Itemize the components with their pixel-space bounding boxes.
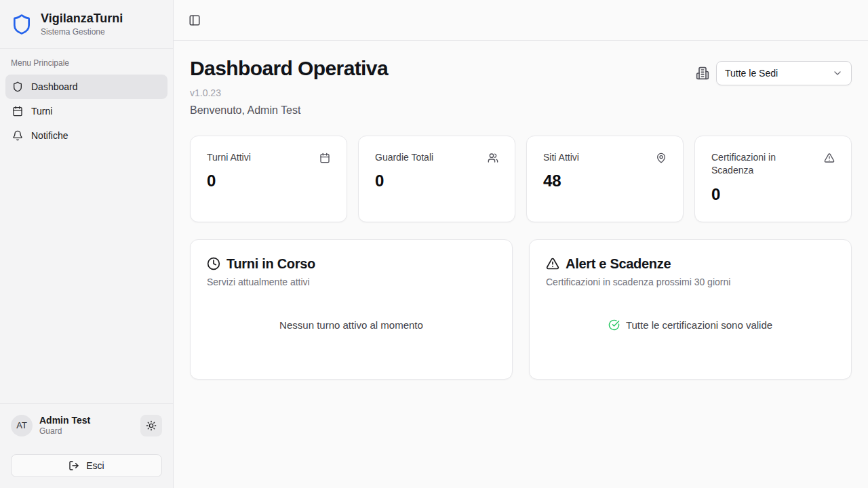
- calendar-icon: [12, 106, 23, 117]
- page-header: Dashboard Operativa v1.0.23 Benvenuto, A…: [190, 57, 852, 117]
- stat-card-certificazioni: Certificazioni in Scadenza 0: [694, 136, 852, 222]
- user-name: Admin Test: [39, 415, 134, 427]
- stat-value: 48: [543, 171, 667, 190]
- building-icon: [696, 66, 709, 80]
- stat-label: Siti Attivi: [543, 151, 579, 165]
- sidebar-toggle-button[interactable]: [189, 14, 201, 26]
- logout-icon: [68, 460, 79, 471]
- sidebar-footer: AT Admin Test Guard Esci: [0, 403, 173, 488]
- panel-subtitle: Certificazioni in scadenza prossimi 30 g…: [546, 277, 835, 287]
- shield-logo-icon: [11, 14, 33, 35]
- sidebar-item-turni[interactable]: Turni: [5, 99, 167, 123]
- map-pin-icon: [656, 152, 667, 163]
- app-subtitle: Sistema Gestione: [41, 27, 123, 37]
- user-role: Guard: [39, 426, 134, 436]
- panel-subtitle: Servizi attualmente attivi: [207, 277, 496, 287]
- avatar: AT: [11, 415, 33, 436]
- stat-card-siti-attivi: Siti Attivi 48: [526, 136, 684, 222]
- sidebar-item-dashboard[interactable]: Dashboard: [5, 75, 167, 99]
- empty-state-message: Tutte le certificazioni sono valide: [626, 319, 772, 331]
- user-row: AT Admin Test Guard: [11, 415, 162, 437]
- alert-triangle-icon: [824, 152, 835, 163]
- empty-state-message: Nessun turno attivo al momento: [279, 319, 423, 331]
- alert-triangle-icon: [546, 257, 559, 270]
- app-version: v1.0.23: [190, 87, 388, 98]
- check-circle-icon: [608, 319, 620, 331]
- page-title: Dashboard Operativa: [190, 57, 388, 81]
- main-area: Dashboard Operativa v1.0.23 Benvenuto, A…: [174, 0, 868, 488]
- logout-label: Esci: [86, 460, 104, 471]
- panel-title: Alert e Scadenze: [566, 256, 671, 272]
- panel-left-icon: [189, 14, 201, 26]
- theme-toggle-button[interactable]: [140, 415, 162, 436]
- stat-label: Certificazioni in Scadenza: [711, 151, 818, 178]
- stats-grid: Turni Attivi 0 Guardie Totali 0: [190, 136, 852, 222]
- clock-icon: [207, 257, 220, 270]
- stat-value: 0: [375, 171, 498, 190]
- panel-turni-in-corso: Turni in Corso Servizi attualmente attiv…: [190, 239, 513, 380]
- chevron-down-icon: [832, 68, 843, 79]
- stat-label: Turni Attivi: [207, 151, 251, 165]
- panel-title: Turni in Corso: [226, 256, 315, 272]
- stat-card-turni-attivi: Turni Attivi 0: [190, 136, 347, 222]
- shield-icon: [12, 81, 23, 92]
- stat-value: 0: [711, 185, 835, 204]
- stat-value: 0: [207, 171, 330, 190]
- topbar: [174, 0, 868, 41]
- main-nav: Menu Principale Dashboard Turni Notifich…: [0, 49, 173, 148]
- sun-icon: [146, 420, 157, 431]
- header-controls: Tutte le Sedi: [696, 61, 852, 85]
- welcome-text: Benvenuto, Admin Test: [190, 104, 388, 117]
- dashboard-content: Dashboard Operativa v1.0.23 Benvenuto, A…: [174, 41, 868, 488]
- calendar-icon: [319, 152, 330, 163]
- sidebar-item-notifiche[interactable]: Notifiche: [5, 123, 167, 148]
- bell-icon: [12, 130, 23, 141]
- sidebar: VigilanzaTurni Sistema Gestione Menu Pri…: [0, 0, 174, 488]
- sidebar-item-label: Dashboard: [31, 81, 78, 92]
- sidebar-item-label: Turni: [31, 106, 52, 117]
- nav-section-label: Menu Principale: [5, 58, 167, 75]
- site-filter-select[interactable]: Tutte le Sedi: [716, 61, 852, 85]
- app-brand: VigilanzaTurni Sistema Gestione: [0, 0, 173, 49]
- app-title: VigilanzaTurni: [41, 12, 123, 26]
- users-icon: [488, 152, 498, 163]
- stat-label: Guardie Totali: [375, 151, 433, 165]
- sidebar-item-label: Notifiche: [31, 130, 68, 141]
- panels-grid: Turni in Corso Servizi attualmente attiv…: [190, 239, 852, 380]
- logout-button[interactable]: Esci: [11, 454, 162, 477]
- site-filter-value: Tutte le Sedi: [725, 68, 778, 79]
- panel-alert-scadenze: Alert e Scadenze Certificazioni in scade…: [529, 239, 852, 380]
- stat-card-guardie-totali: Guardie Totali 0: [358, 136, 515, 222]
